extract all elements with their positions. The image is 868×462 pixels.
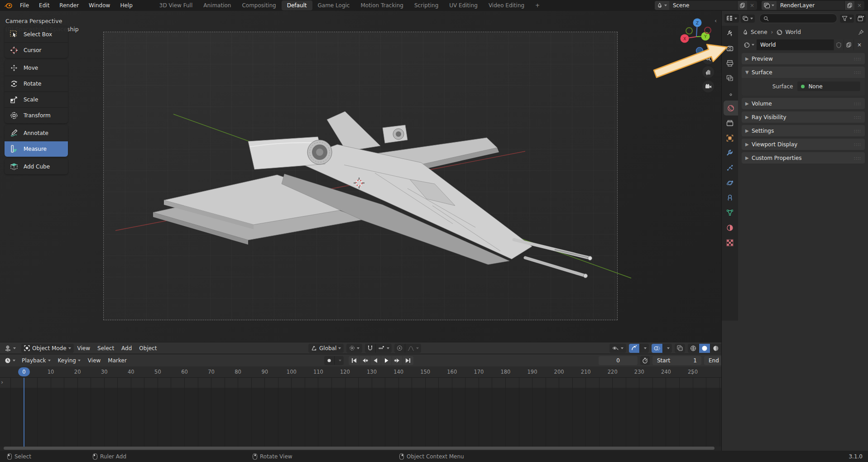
timeline-collapse-icon[interactable]: ‹ — [691, 370, 693, 376]
current-frame-field[interactable]: 0 — [599, 356, 638, 365]
properties-tab-scene[interactable] — [722, 86, 738, 101]
panel-grip-icon[interactable]: :::: — [854, 156, 861, 160]
properties-tab-viewlayer[interactable] — [722, 71, 738, 86]
panel-grip-icon[interactable]: :::: — [854, 129, 861, 133]
previous-keyframe-button[interactable] — [360, 356, 370, 365]
properties-tab-object[interactable] — [722, 130, 738, 145]
properties-tab-physics[interactable] — [722, 175, 738, 190]
play-button[interactable] — [381, 356, 392, 365]
xray-toggle[interactable] — [675, 344, 685, 353]
properties-tab-render[interactable] — [722, 41, 738, 56]
panel-grip-icon[interactable]: :::: — [854, 101, 861, 106]
menu-render[interactable]: Render — [54, 0, 84, 11]
scene-unlink-icon[interactable]: × — [747, 2, 757, 9]
render-layer-copy-icon[interactable] — [844, 1, 854, 10]
render-layer-icon[interactable] — [762, 1, 777, 10]
workspace-tab-animation[interactable]: Animation — [198, 0, 236, 10]
viewport-menu-object[interactable]: Object — [135, 345, 160, 351]
render-layer-name[interactable]: RenderLayer — [777, 2, 844, 9]
overlays-options-selector[interactable] — [663, 344, 672, 353]
workspace-tab-video-editing[interactable]: Video Editing — [483, 0, 530, 10]
panel-header-ray-visibility[interactable]: ▶ Ray Visibility :::: — [742, 111, 865, 123]
mode-selector[interactable]: Object Mode — [21, 344, 74, 353]
world-name-field[interactable]: World — [757, 39, 834, 50]
next-keyframe-button[interactable] — [392, 356, 403, 365]
workspace-tab-scripting[interactable]: Scripting — [409, 0, 444, 10]
shading-material-button[interactable] — [710, 344, 721, 353]
workspace-tab-3d-view-full[interactable]: 3D View Full — [154, 0, 198, 10]
use-preview-range-toggle[interactable] — [640, 356, 650, 365]
surface-value-button[interactable]: None — [797, 82, 860, 91]
render-layer-selector[interactable]: RenderLayer × — [762, 1, 864, 10]
panel-header-surface[interactable]: ▼ Surface :::: — [742, 67, 865, 78]
properties-tab-material[interactable] — [722, 220, 738, 235]
panel-grip-icon[interactable]: :::: — [854, 142, 861, 147]
tool-scale[interactable]: Scale — [5, 91, 68, 107]
menu-file[interactable]: File — [15, 0, 34, 11]
editor-type-button[interactable] — [2, 344, 19, 353]
outliner-filter-button[interactable] — [840, 14, 854, 23]
gizmo-options-selector[interactable] — [640, 344, 649, 353]
world-browse-button[interactable] — [742, 39, 757, 50]
workspace-tab-uv-editing[interactable]: UV Editing — [444, 0, 483, 10]
properties-tab-tool[interactable] — [722, 26, 738, 41]
snap-target-selector[interactable] — [376, 344, 392, 353]
timeline-menu-view[interactable]: View — [84, 357, 104, 364]
timeline-channel-toggle-icon[interactable]: › — [1, 379, 3, 385]
scene-selector[interactable]: Scene × — [655, 1, 757, 10]
timeline-menu-marker[interactable]: Marker — [104, 357, 130, 364]
workspace-tab-compositing[interactable]: Compositing — [236, 0, 281, 10]
properties-tab-constraints[interactable] — [722, 190, 738, 205]
panel-header-viewport-display[interactable]: ▶ Viewport Display :::: — [742, 139, 865, 150]
properties-tab-particles[interactable] — [722, 160, 738, 175]
viewport-canvas[interactable]: Camera Perspective (0) Spaceship | Space… — [0, 11, 721, 342]
playhead[interactable] — [24, 378, 24, 447]
breadcrumb-scene[interactable]: Scene — [751, 29, 767, 35]
blender-logo-icon[interactable] — [5, 2, 12, 9]
jump-to-start-button[interactable] — [349, 356, 359, 365]
workspace-tab-game-logic[interactable]: Game Logic — [312, 0, 355, 10]
zoom-view-button[interactable] — [702, 53, 714, 64]
outliner-editor-type-button[interactable] — [724, 14, 739, 23]
tool-transform[interactable]: Transform — [5, 107, 68, 123]
outliner-search-input[interactable] — [759, 14, 837, 23]
panel-grip-icon[interactable]: :::: — [854, 115, 861, 120]
scene-name[interactable]: Scene — [669, 2, 737, 9]
properties-tab-modifiers[interactable] — [722, 145, 738, 160]
frame-start-field[interactable]: Start 1 — [652, 356, 701, 365]
tool-annotate[interactable]: Annotate — [5, 125, 68, 141]
sidebar-toggle-icon[interactable]: ‹ — [715, 17, 717, 24]
timeline-ruler[interactable]: 0102030405060708090100110120130140150160… — [0, 366, 721, 378]
show-gizmo-toggle[interactable] — [629, 344, 639, 353]
tool-select-box[interactable]: Select Box — [5, 26, 68, 42]
tool-move[interactable]: Move — [5, 60, 68, 76]
add-workspace-button[interactable]: + — [530, 0, 545, 10]
timeline-tracks[interactable]: › — [0, 378, 721, 447]
timeline-menu-playback[interactable]: Playback — [18, 357, 54, 364]
current-frame-badge[interactable]: 0 — [18, 367, 30, 376]
scene-copy-icon[interactable] — [737, 1, 747, 10]
viewport-menu-view[interactable]: View — [74, 345, 94, 351]
menu-window[interactable]: Window — [84, 0, 115, 11]
transform-orientation-selector[interactable]: Global — [308, 344, 344, 353]
timeline-menu-keying[interactable]: Keying — [54, 357, 84, 364]
camera-view-button[interactable] — [702, 81, 714, 92]
properties-tab-data[interactable] — [722, 205, 738, 220]
workspace-tab-default[interactable]: Default — [282, 0, 312, 10]
proportional-edit-toggle[interactable] — [394, 344, 405, 353]
workspace-tab-motion-tracking[interactable]: Motion Tracking — [355, 0, 408, 10]
viewport-menu-add[interactable]: Add — [118, 345, 135, 351]
timeline-scrollbar[interactable] — [4, 447, 715, 450]
viewport-menu-select[interactable]: Select — [94, 345, 118, 351]
pivot-point-selector[interactable] — [346, 344, 362, 353]
panel-header-custom-properties[interactable]: ▶ Custom Properties :::: — [742, 152, 865, 164]
object-visibility-selector[interactable] — [609, 344, 626, 353]
snap-toggle[interactable] — [365, 344, 375, 353]
panel-grip-icon[interactable]: :::: — [854, 57, 861, 61]
properties-tab-output[interactable] — [722, 56, 738, 71]
breadcrumb-world[interactable]: World — [785, 29, 801, 35]
unlink-datablock-icon[interactable]: × — [854, 39, 865, 50]
pin-icon[interactable] — [858, 29, 864, 35]
play-reverse-button[interactable] — [370, 356, 381, 365]
menu-help[interactable]: Help — [115, 0, 137, 11]
